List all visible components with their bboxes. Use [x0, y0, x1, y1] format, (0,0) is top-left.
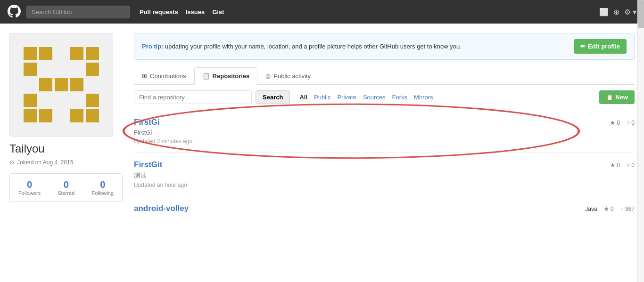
- following-label: Following: [91, 190, 113, 196]
- svg-rect-4: [24, 63, 37, 76]
- repo-meta: ★ 0 ⑂ 0: [610, 118, 635, 126]
- filter-private[interactable]: Private: [335, 93, 358, 102]
- filter-mirrors[interactable]: Mirrors: [412, 93, 435, 102]
- sidebar: Tailyou ⊙ Joined on Aug 4, 2015 0 Follow…: [9, 33, 123, 221]
- tab-public-activity[interactable]: ◎ Public activity: [257, 67, 319, 84]
- svg-rect-8: [70, 78, 83, 91]
- repo-stars: ★ 0: [610, 162, 620, 169]
- svg-rect-9: [24, 94, 37, 107]
- svg-rect-0: [24, 47, 37, 60]
- repo-updated: Updated 2 minutes ago: [134, 138, 610, 145]
- followers-label: Followers: [18, 190, 41, 196]
- repo-forks: ⑂ 967: [620, 206, 635, 212]
- repo-language: Java: [585, 206, 597, 212]
- svg-rect-10: [86, 94, 99, 107]
- repo-info: FirstGi FirstGi Updated 2 minutes ago: [134, 118, 610, 145]
- filter-forks[interactable]: Forks: [390, 93, 410, 102]
- repo-search-input[interactable]: [134, 90, 252, 104]
- pro-tip-label: Pro tip:: [142, 43, 164, 50]
- joined-info: ⊙ Joined on Aug 4, 2015: [9, 159, 123, 166]
- edit-profile-label: Edit profile: [588, 43, 620, 50]
- new-repo-label: New: [615, 94, 628, 101]
- tab-contributions-label: Contributions: [150, 73, 186, 80]
- repo-info: android-volley: [134, 204, 585, 213]
- repo-toolbar: Search All Public Private Sources Forks …: [134, 90, 635, 104]
- scrollbar-track[interactable]: [637, 0, 644, 221]
- pull-requests-link[interactable]: Pull requests: [140, 8, 178, 16]
- gist-link[interactable]: Gist: [212, 8, 224, 16]
- pro-tip-banner: Pro tip: updating your profile with your…: [134, 33, 635, 60]
- tab-public-activity-label: Public activity: [273, 73, 311, 80]
- repo-name-link[interactable]: android-volley: [134, 204, 189, 213]
- svg-rect-6: [39, 78, 52, 91]
- repo-name-link[interactable]: FirstGi: [134, 118, 160, 127]
- new-item-icon[interactable]: ⊕: [613, 8, 619, 16]
- filter-sources[interactable]: Sources: [361, 93, 388, 102]
- joined-text: Joined on Aug 4, 2015: [17, 159, 73, 166]
- plus-icon: ⊞: [142, 73, 147, 80]
- issues-link[interactable]: Issues: [186, 8, 205, 16]
- repo-name-link[interactable]: FirstGit: [134, 160, 162, 169]
- stats-row: 0 Followers 0 Starred 0 Following: [9, 173, 123, 202]
- monitor-icon[interactable]: ⬜: [599, 8, 609, 16]
- svg-rect-12: [39, 109, 52, 122]
- table-row: FirstGi FirstGi Updated 2 minutes ago ★ …: [134, 110, 635, 153]
- main-container: Tailyou ⊙ Joined on Aug 4, 2015 0 Follow…: [0, 24, 644, 221]
- filter-all[interactable]: All: [297, 93, 309, 102]
- pencil-icon: ✏: [580, 43, 586, 50]
- user-menu-icon[interactable]: ⚙ ▾: [624, 8, 636, 16]
- svg-rect-14: [86, 109, 99, 122]
- table-row: android-volley Java ★ 0 ⑂ 967: [134, 196, 635, 221]
- followers-stat[interactable]: 0 Followers: [18, 179, 41, 196]
- svg-rect-13: [70, 109, 83, 122]
- content-area: Pro tip: updating your profile with your…: [123, 33, 635, 221]
- followers-count: 0: [27, 179, 32, 190]
- username: Tailyou: [9, 142, 123, 155]
- filter-public[interactable]: Public: [312, 93, 332, 102]
- repo-search-button[interactable]: Search: [256, 90, 290, 104]
- repo-updated: Updated an hour ago: [134, 182, 610, 188]
- avatar: [9, 33, 113, 137]
- svg-rect-2: [70, 47, 83, 60]
- starred-count: 0: [64, 179, 69, 190]
- tab-repositories[interactable]: 📋 Repositories: [194, 67, 258, 85]
- following-stat[interactable]: 0 Following: [91, 179, 113, 196]
- repo-meta: Java ★ 0 ⑂ 967: [585, 204, 635, 212]
- header-icons: ⬜ ⊕ ⚙ ▾: [599, 8, 636, 16]
- repo-info: FirstGit 测试 Updated an hour ago: [134, 160, 610, 188]
- tabs: ⊞ Contributions 📋 Repositories ◎ Public …: [134, 67, 635, 85]
- repo-forks: ⑂ 0: [627, 162, 635, 169]
- repo-forks: ⑂ 0: [627, 120, 635, 126]
- header-nav: Pull requests Issues Gist: [140, 8, 224, 16]
- repo-desc: 测试: [134, 171, 610, 180]
- avatar-image: [24, 47, 99, 122]
- starred-stat[interactable]: 0 Starred: [58, 179, 74, 196]
- following-count: 0: [100, 179, 105, 190]
- edit-profile-button[interactable]: ✏ Edit profile: [574, 39, 627, 54]
- svg-rect-3: [86, 47, 99, 60]
- github-logo[interactable]: [8, 5, 21, 19]
- repo-filters: All Public Private Sources Forks Mirrors: [297, 93, 435, 102]
- tab-repositories-label: Repositories: [213, 73, 250, 80]
- global-search-input[interactable]: [26, 6, 130, 18]
- svg-rect-5: [86, 63, 99, 76]
- tab-contributions[interactable]: ⊞ Contributions: [134, 67, 194, 84]
- repo-meta: ★ 0 ⑂ 0: [610, 160, 635, 169]
- new-repo-icon: 📋: [606, 94, 613, 101]
- pro-tip-body: updating your profile with your name, lo…: [164, 43, 462, 50]
- repo-stars: ★ 0: [610, 120, 620, 126]
- rss-icon: ◎: [265, 73, 271, 80]
- svg-rect-7: [55, 78, 68, 91]
- table-row: FirstGit 测试 Updated an hour ago ★ 0 ⑂ 0: [134, 153, 635, 196]
- starred-label: Starred: [58, 190, 74, 196]
- repo-list: FirstGi FirstGi Updated 2 minutes ago ★ …: [134, 110, 635, 221]
- book-icon: 📋: [202, 73, 210, 80]
- svg-rect-1: [39, 47, 52, 60]
- pro-tip-text: Pro tip: updating your profile with your…: [142, 43, 462, 50]
- svg-rect-11: [24, 109, 37, 122]
- repo-stars: ★ 0: [604, 206, 614, 212]
- clock-icon: ⊙: [9, 159, 14, 166]
- new-repo-button[interactable]: 📋 New: [599, 90, 635, 104]
- repo-desc: FirstGi: [134, 129, 610, 136]
- scrollbar-thumb[interactable]: [638, 0, 644, 28]
